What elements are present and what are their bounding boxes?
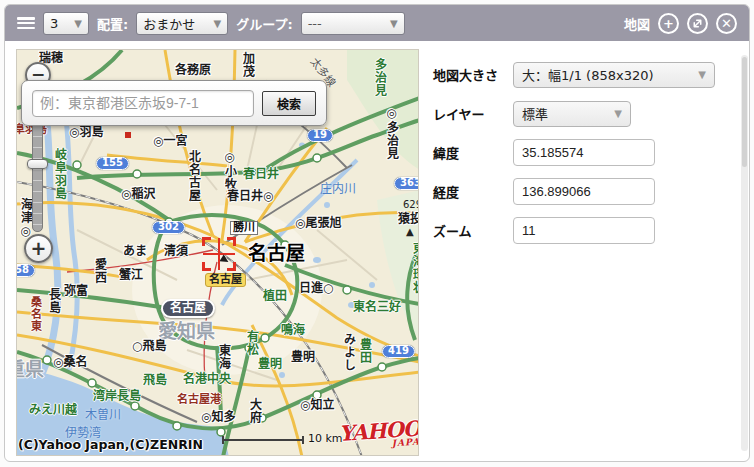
map-place-label: 豊田	[358, 338, 371, 364]
map-place-label: ◎知立	[300, 399, 334, 412]
map-place-label: 湾岸長島	[93, 390, 141, 403]
map-place-label: 愛西	[93, 258, 106, 284]
map-place-label: みえ川越	[29, 404, 77, 417]
map-place-label: 名古屋港	[177, 394, 221, 406]
crosshair-marker	[202, 237, 236, 271]
toolbar: 3 ▼ 配置: おまかせ ▼ グループ: --- ▼ 地図 + ✕	[5, 5, 749, 41]
map-place-label: 庄内川	[320, 183, 356, 196]
map-place-label: 豊明	[258, 358, 282, 371]
map-place-label: ◎稲沢	[121, 188, 155, 201]
map-place-label: 清須	[164, 245, 188, 258]
map-place-label: 飛島	[143, 374, 167, 387]
map-place-label: 名古屋	[161, 299, 215, 318]
hamburger-menu-icon[interactable]	[17, 17, 35, 29]
map-place-label: 春日井	[243, 168, 279, 181]
chevron-down-icon: ▼	[614, 108, 622, 119]
map-place-label: 岐阜羽島	[53, 148, 66, 200]
latitude-label: 緯度	[433, 143, 513, 162]
address-search-input[interactable]	[32, 90, 254, 117]
map-place-label: 名古屋	[205, 273, 246, 287]
group-label: グループ:	[236, 14, 292, 33]
map-settings-form: 地図大きさ 大：幅1/1 (858x320) ▼ レイヤー 標準 ▼ 緯度 経度…	[433, 61, 733, 256]
longitude-label: 経度	[433, 182, 513, 201]
map-place-label: ◎小牧	[223, 150, 236, 191]
map-place-label: 629	[403, 200, 419, 211]
map-place-label: 木曽川	[85, 409, 121, 422]
chevron-down-icon: ▼	[214, 18, 222, 29]
zoom-in-button[interactable]: +	[24, 234, 53, 263]
map-size-label: 地図大きさ	[433, 65, 513, 84]
latitude-row: 緯度	[433, 139, 733, 166]
layer-label: レイヤー	[433, 104, 513, 123]
map-place-label: 大府	[248, 398, 261, 424]
chevron-down-icon: ▼	[74, 18, 82, 29]
map-size-row: 地図大きさ 大：幅1/1 (858x320) ▼	[433, 61, 733, 88]
map-place-label: 各務原	[175, 64, 211, 77]
map-place-label: 蟹江	[119, 269, 143, 282]
map-place-label: 有松	[245, 330, 258, 356]
search-button[interactable]: 検索	[262, 91, 316, 116]
layout-label: 配置:	[97, 14, 128, 33]
scale-label: 10 km	[308, 432, 343, 445]
map-place-label: 加茂	[241, 52, 254, 78]
map-place-label: 名古屋	[248, 244, 305, 264]
zoom-row: ズーム	[433, 217, 733, 244]
count-select-value: 3	[50, 16, 58, 31]
map-place-label: 302	[152, 221, 185, 234]
layer-select[interactable]: 標準 ▼	[513, 101, 631, 127]
map-canvas[interactable]: 瑞穂各務原加茂太多線多治見◎多治見岐阜羽島◎羽島◎一宮岐阜羽島◎稲沢北名古屋◎小…	[16, 49, 419, 456]
longitude-input[interactable]	[513, 178, 655, 205]
group-select[interactable]: --- ▼	[301, 12, 405, 35]
map-place-label: 多治見	[373, 58, 386, 97]
map-place-label: 19	[307, 129, 333, 142]
map-place-label: ◎羽島	[69, 126, 103, 139]
map-place-label: 海津◎	[19, 198, 32, 239]
layout-select[interactable]: おまかせ ▼	[136, 12, 228, 35]
widget-title: 地図	[624, 14, 650, 33]
yahoo-japan-logo: YAHOO! JAPAN	[338, 415, 419, 452]
zoom-slider-handle[interactable]	[27, 159, 48, 169]
count-select[interactable]: 3 ▼	[43, 12, 89, 35]
zoom-input[interactable]	[513, 217, 655, 244]
map-place-label: 愛知県	[158, 322, 215, 342]
add-circle-icon[interactable]: +	[658, 13, 679, 34]
map-place-label: 東名三好	[353, 301, 401, 314]
map-place-label: 155	[96, 157, 129, 170]
zoom-label: ズーム	[433, 221, 513, 240]
map-attribution: (C)Yahoo Japan,(C)ZENRIN	[18, 437, 203, 452]
group-select-value: ---	[308, 16, 322, 31]
map-place-label: 猿投	[398, 213, 419, 226]
map-place-label: ◎尾張旭	[295, 217, 341, 230]
chevron-down-icon: ▼	[390, 18, 398, 29]
map-place-label: 名港中央	[183, 373, 231, 386]
layer-row: レイヤー 標準 ▼	[433, 100, 733, 127]
map-place-label: 三重県	[16, 360, 44, 380]
latitude-input[interactable]	[513, 139, 655, 166]
map-place-label: ◎知多	[201, 411, 235, 424]
map-place-label: 植田	[263, 290, 287, 303]
map-size-value: 大：幅1/1 (858x320)	[522, 65, 654, 84]
map-place-label: みよし	[342, 333, 355, 372]
map-place-label: 春日井◎	[227, 190, 273, 203]
scale-bar	[222, 436, 304, 444]
layer-value: 標準	[522, 104, 548, 123]
layout-select-value: おまかせ	[143, 14, 195, 33]
map-red-marker	[125, 132, 131, 138]
map-place-label: 桑名東	[29, 296, 41, 332]
map-place-label: ◎桑名	[53, 356, 87, 369]
longitude-row: 経度	[433, 178, 733, 205]
close-circle-icon[interactable]: ✕	[716, 13, 737, 34]
move-circle-icon[interactable]	[687, 13, 708, 34]
map-place-label: 勝川	[230, 221, 258, 235]
map-place-label: ◎多治見	[385, 106, 398, 160]
map-size-select[interactable]: 大：幅1/1 (858x320) ▼	[513, 62, 715, 88]
map-place-label: ○飛島	[132, 340, 166, 353]
map-place-label: ▲	[406, 227, 414, 238]
map-widget-window: 3 ▼ 配置: おまかせ ▼ グループ: --- ▼ 地図 + ✕	[4, 4, 750, 462]
map-place-label: 東海	[217, 344, 230, 370]
map-place-label: 419	[382, 345, 415, 358]
map-place-label: 東海環状	[411, 242, 419, 294]
map-place-label: 日進○	[299, 282, 333, 295]
vertical-scrollbar[interactable]	[741, 55, 748, 451]
map-place-label: 長島	[47, 288, 60, 314]
